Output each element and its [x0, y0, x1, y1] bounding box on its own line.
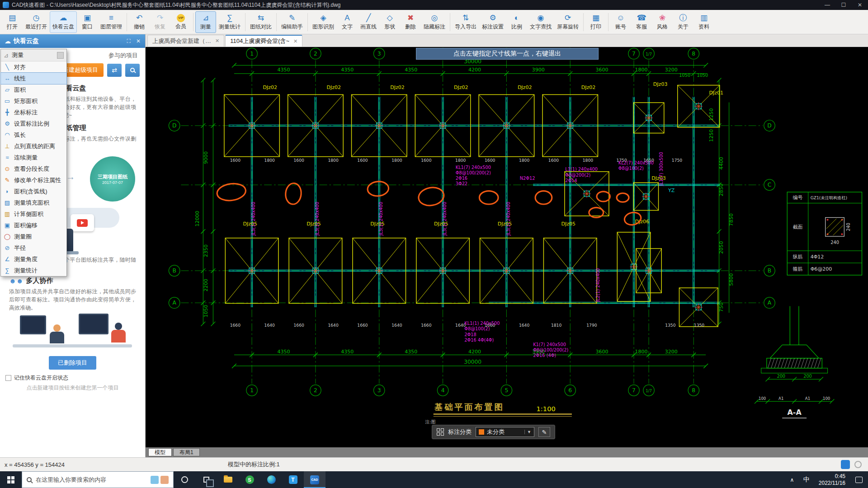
menu-item-view-segment-length[interactable]: ⊙查看分段长度: [1, 163, 66, 174]
tray-chevron-icon[interactable]: ∧: [785, 477, 799, 483]
edit-annotation-button[interactable]: ✎: [538, 427, 550, 437]
svg-text:1750: 1750: [672, 158, 682, 163]
menu-item-modify-annotation-property[interactable]: ✎修改单个标注属性: [1, 174, 66, 186]
taskbar-icon-cad-viewer[interactable]: CAD: [304, 471, 326, 488]
model-tab-布局1[interactable]: 布局1: [173, 448, 200, 456]
svg-text:9000: 9000: [203, 151, 209, 164]
menu-item-measure-stats[interactable]: ∑测量统计: [1, 265, 66, 276]
action-center-button[interactable]: [850, 477, 868, 483]
menu-item-measure-fill-area[interactable]: ▨测量填充面积: [1, 197, 66, 208]
ribbon-button-text-search[interactable]: ◉文字查找: [527, 11, 554, 33]
category-dropdown[interactable]: 未分类 ▼: [476, 427, 534, 437]
clock[interactable]: 0:45 2022/11/16: [814, 473, 850, 487]
menu-item-label: 矩形面积: [14, 97, 38, 105]
svg-text:4Φ12: 4Φ12: [811, 254, 824, 260]
ribbon-button-draw-line[interactable]: ╱画直线: [358, 11, 379, 33]
menu-item-coordinate-label[interactable]: ╋坐标标注: [1, 107, 66, 118]
menu-item-set-annotation-scale[interactable]: ⚙设置标注比例: [1, 118, 66, 129]
ribbon-button-support[interactable]: ☎客服: [631, 11, 652, 33]
ribbon-button-scale[interactable]: ◐比例: [506, 11, 527, 33]
deleted-projects-button[interactable]: 已删除项目: [49, 356, 96, 370]
remember-state-checkbox[interactable]: [5, 375, 11, 381]
ribbon-button-about[interactable]: ⓘ关于: [673, 11, 693, 33]
start-button[interactable]: [0, 471, 22, 488]
svg-text:KL1(7) 240x500: KL1(7) 240x500: [456, 165, 491, 170]
menu-item-arc-length[interactable]: ◠弧长: [1, 129, 66, 141]
taskbar-icon-edge[interactable]: [260, 471, 282, 488]
ribbon-button-recent-open[interactable]: ◷最近打开: [23, 11, 50, 33]
model-tab-模型[interactable]: 模型: [148, 448, 172, 456]
menu-item-point-to-line-distance[interactable]: ⊥点到直线的距离: [1, 141, 66, 152]
taskbar-icon-tim[interactable]: T: [282, 471, 304, 488]
status-notification-icon[interactable]: [854, 461, 862, 468]
svg-text:DJz02: DJz02: [454, 84, 468, 90]
menu-item-rect-area[interactable]: ▭矩形面积: [1, 95, 66, 107]
menu-item-area-with-arc[interactable]: ◗面积(含弧线): [1, 186, 66, 197]
ribbon-button-import-export[interactable]: ⇅导入导出: [452, 11, 479, 33]
ribbon-button-hide-annotations[interactable]: ◎隐藏标注: [421, 11, 448, 33]
windows-taskbar: 在这里输入你要搜索的内容 STCAD ∧ 中 0:45 2022/11/16: [0, 471, 868, 488]
modify-annotation-property-icon: ✎: [4, 177, 11, 183]
category-color-swatch: [479, 429, 484, 435]
ribbon-button-docs[interactable]: ▥资料: [693, 11, 714, 33]
svg-text:1800: 1800: [635, 349, 648, 355]
panel-close-icon[interactable]: ✕: [136, 38, 141, 44]
cad-drawing[interactable]: 4350435043504350435043504200420039003900…: [146, 47, 868, 447]
close-button[interactable]: ✕: [852, 0, 868, 10]
about-icon: ⓘ: [679, 14, 687, 23]
ime-indicator[interactable]: 中: [799, 476, 814, 484]
menu-item-measure-circle[interactable]: ◯测量圈: [1, 231, 66, 242]
menu-item-linear[interactable]: ↔线性: [1, 73, 66, 84]
menu-item-radius[interactable]: ⊘半径: [1, 242, 66, 253]
menu-item-measure-angle[interactable]: ∠测量角度: [1, 253, 66, 265]
maximize-button[interactable]: ☐: [835, 0, 852, 10]
ribbon-button-measure[interactable]: ⊿测量: [195, 11, 216, 33]
ribbon-button-measure-stats[interactable]: ∑测量统计: [216, 11, 243, 33]
svg-text:1250: 1250: [708, 129, 714, 142]
panel-float-icon[interactable]: ⛶: [127, 38, 131, 44]
svg-text:B: B: [768, 267, 771, 274]
measure-stats-icon: ∑: [227, 14, 232, 23]
menu-item-continuous-measure[interactable]: ≈连续测量: [1, 152, 66, 163]
panel-footer-hint: 点击新建项目按钮来创建您第一个项目: [0, 383, 145, 392]
ribbon-button-vip[interactable]: VIP会员: [170, 11, 191, 33]
cloud-icon: ☁: [5, 38, 11, 45]
checkbox-label: 记住快看云盘开启状态: [14, 374, 68, 382]
taskbar-search[interactable]: 在这里输入你要搜索的内容: [22, 471, 174, 488]
search-project-button[interactable]: [125, 64, 140, 77]
ribbon-button-annotation-settings[interactable]: ⚙标注设置: [479, 11, 506, 33]
tab-close-icon[interactable]: ✕: [293, 38, 297, 44]
ribbon-button-screen-rotate[interactable]: ⟳屏幕旋转: [554, 11, 581, 33]
ribbon-button-account[interactable]: ☺账号: [610, 11, 631, 33]
menu-item-calc-side-area[interactable]: ▥计算侧面积: [1, 208, 66, 220]
ribbon-button-shapes[interactable]: ◇形状: [379, 11, 400, 33]
minimize-button[interactable]: —: [819, 0, 835, 10]
ribbon-button-style[interactable]: ❀风格: [652, 11, 673, 33]
svg-text:KL2(7) 240x500: KL2(7) 240x500: [618, 160, 654, 165]
ribbon-button-cloud-drive[interactable]: ☁快看云盘: [50, 11, 77, 33]
ribbon-button-layer-manager[interactable]: ≡图层管理: [98, 11, 125, 33]
taskbar-icon-s-app[interactable]: S: [239, 471, 260, 488]
ribbon-button-delete[interactable]: ✖删除: [400, 11, 421, 33]
ribbon-button-drawing-compare[interactable]: ⇆图纸对比: [247, 11, 274, 33]
taskbar-icon-file-explorer[interactable]: [217, 471, 239, 488]
menu-item-area-offset[interactable]: ▣面积偏移: [1, 220, 66, 231]
status-blue-icon[interactable]: [841, 460, 850, 469]
taskbar-icon-cortana[interactable]: [174, 471, 195, 488]
cad-canvas[interactable]: 4350435043504350435043504200420039003900…: [146, 47, 868, 447]
document-tab-1[interactable]: 上虞禹舜会堂新建（…✕: [147, 35, 224, 47]
menu-item-area[interactable]: ▱面积: [1, 84, 66, 95]
tab-close-icon[interactable]: ✕: [215, 38, 219, 44]
ribbon-button-print[interactable]: ▦打印: [585, 11, 606, 33]
document-tab-2[interactable]: 1104上虞虞舜会堂(含~✕: [225, 35, 302, 47]
ribbon-button-edit-assistant[interactable]: ✎编辑助手: [278, 11, 306, 33]
ribbon-button-window[interactable]: ▣窗口: [77, 11, 98, 33]
grid-view-icon[interactable]: [437, 428, 444, 436]
taskbar-icon-task-view[interactable]: [195, 471, 217, 488]
menu-item-align[interactable]: ╲对齐: [1, 61, 66, 73]
sync-button[interactable]: ⇄: [107, 64, 122, 77]
ribbon-button-shape-recognition[interactable]: ◈图形识别: [310, 11, 337, 33]
ribbon-button-undo[interactable]: ↶撤销: [129, 11, 150, 33]
ribbon-button-text[interactable]: A文字: [337, 11, 358, 33]
ribbon-button-open[interactable]: ▤打开: [2, 11, 23, 33]
